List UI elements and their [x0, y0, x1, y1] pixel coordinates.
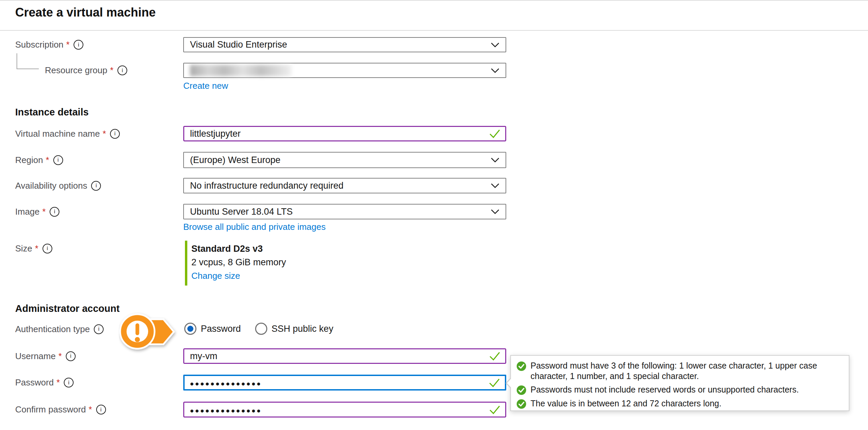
password-rule-text: Passwords must not include reserved word…: [531, 384, 799, 395]
info-icon[interactable]: i: [66, 351, 76, 361]
info-icon[interactable]: i: [91, 181, 101, 191]
size-accent-bar: [185, 241, 187, 286]
required-asterisk: *: [42, 207, 46, 217]
password-masked-value: ••••••••••••••: [190, 378, 262, 389]
size-label: Size: [15, 243, 32, 254]
required-asterisk: *: [46, 155, 49, 165]
radio-password[interactable]: [184, 323, 196, 335]
size-label-row: Size * i: [15, 241, 174, 256]
username-label: Username: [15, 351, 56, 361]
chevron-down-icon: [491, 68, 499, 73]
page-title: Create a virtual machine: [15, 5, 156, 20]
tooltip-beak: [507, 378, 512, 388]
required-asterisk: *: [35, 243, 38, 254]
create-new-link[interactable]: Create new: [183, 81, 228, 91]
region-label-row: Region * i: [15, 152, 174, 168]
browse-images-link[interactable]: Browse all public and private images: [183, 222, 326, 232]
info-icon[interactable]: i: [50, 207, 59, 217]
info-icon[interactable]: i: [96, 405, 106, 414]
valid-check-icon: [489, 129, 500, 138]
valid-check-icon: [489, 405, 500, 414]
password-input[interactable]: ••••••••••••••: [183, 375, 506, 391]
availability-label-row: Availability options i: [15, 178, 174, 193]
radio-ssh-key[interactable]: [255, 323, 267, 335]
radio-ssh-key-label[interactable]: SSH public key: [272, 324, 333, 334]
resource-group-value-redacted: [190, 65, 291, 76]
subscription-label: Subscription: [15, 39, 63, 50]
username-input[interactable]: my-vm: [183, 348, 506, 364]
password-rule-text: Password must have 3 of the following: 1…: [531, 360, 841, 381]
create-vm-page: Create a virtual machine Subscription * …: [0, 0, 868, 430]
image-label: Image: [15, 207, 39, 217]
availability-label: Availability options: [15, 181, 87, 191]
region-value: (Europe) West Europe: [190, 155, 280, 165]
tree-line-horizontal: [17, 69, 39, 69]
confirm-password-label-row: Confirm password * i: [15, 402, 174, 418]
confirm-password-input[interactable]: ••••••••••••••: [183, 402, 506, 418]
chevron-down-icon: [491, 158, 499, 163]
info-icon[interactable]: i: [110, 129, 120, 139]
resource-group-select[interactable]: [183, 63, 506, 78]
info-icon[interactable]: i: [64, 378, 74, 387]
resource-group-label-row: Resource group * i: [45, 63, 174, 78]
required-asterisk: *: [58, 351, 62, 361]
title-divider: [0, 30, 868, 31]
password-rules-tooltip: Password must have 3 of the following: 1…: [510, 355, 849, 411]
password-rule-item: Password must have 3 of the following: 1…: [516, 360, 843, 381]
confirm-password-masked-value: ••••••••••••••: [190, 405, 262, 416]
info-icon[interactable]: i: [74, 40, 83, 50]
chevron-down-icon: [491, 42, 499, 47]
chevron-down-icon: [491, 209, 499, 214]
tree-line-vertical: [17, 53, 17, 69]
section-admin-account: Administrator account: [15, 303, 119, 314]
username-label-row: Username * i: [15, 348, 174, 364]
top-divider: [0, 0, 868, 1]
availability-select[interactable]: No infrastructure redundancy required: [183, 178, 506, 193]
image-select[interactable]: Ubuntu Server 18.04 LTS: [183, 204, 506, 219]
region-label: Region: [15, 155, 43, 165]
password-label-row: Password * i: [15, 375, 174, 391]
radio-selected-dot: [187, 326, 193, 332]
password-label: Password: [15, 377, 54, 388]
vm-name-value: littlestjupyter: [190, 129, 241, 139]
vm-name-label: Virtual machine name: [15, 129, 100, 139]
password-rule-item: The value is in between 12 and 72 charac…: [516, 398, 843, 409]
region-select[interactable]: (Europe) West Europe: [183, 152, 506, 168]
valid-check-icon: [489, 351, 500, 361]
success-check-icon: [516, 361, 526, 371]
info-icon[interactable]: i: [53, 155, 63, 165]
image-value: Ubuntu Server 18.04 LTS: [190, 207, 293, 217]
subscription-value: Visual Studio Enterprise: [190, 39, 287, 50]
image-label-row: Image * i: [15, 204, 174, 219]
password-rule-text: The value is in between 12 and 72 charac…: [531, 398, 722, 409]
username-value: my-vm: [190, 351, 217, 361]
required-asterisk: *: [103, 129, 106, 139]
subscription-label-row: Subscription * i: [15, 37, 174, 52]
radio-password-label[interactable]: Password: [201, 324, 241, 334]
auth-type-radio-group: Password SSH public key: [184, 323, 333, 335]
confirm-password-label: Confirm password: [15, 404, 86, 415]
required-asterisk: *: [56, 377, 60, 388]
vm-name-input[interactable]: littlestjupyter: [183, 126, 506, 141]
subscription-select[interactable]: Visual Studio Enterprise: [183, 37, 506, 52]
success-check-icon: [516, 385, 526, 395]
password-rule-item: Passwords must not include reserved word…: [516, 384, 843, 395]
info-icon[interactable]: i: [117, 65, 127, 75]
auth-type-label: Authentication type: [15, 324, 90, 334]
success-check-icon: [516, 399, 526, 409]
required-asterisk: *: [89, 404, 92, 415]
required-asterisk: *: [110, 65, 113, 76]
availability-value: No infrastructure redundancy required: [190, 181, 344, 191]
chevron-down-icon: [491, 183, 499, 188]
vm-name-label-row: Virtual machine name * i: [15, 126, 174, 141]
valid-check-icon: [489, 378, 500, 387]
change-size-link[interactable]: Change size: [191, 271, 240, 281]
required-asterisk: *: [66, 39, 70, 50]
section-instance-details: Instance details: [15, 107, 89, 118]
info-icon[interactable]: i: [43, 244, 52, 253]
info-icon[interactable]: i: [94, 324, 104, 334]
warning-callout-icon: [119, 310, 178, 354]
resource-group-label: Resource group: [45, 65, 107, 76]
size-name: Standard D2s v3: [191, 244, 263, 254]
size-specs: 2 vcpus, 8 GiB memory: [191, 257, 286, 268]
